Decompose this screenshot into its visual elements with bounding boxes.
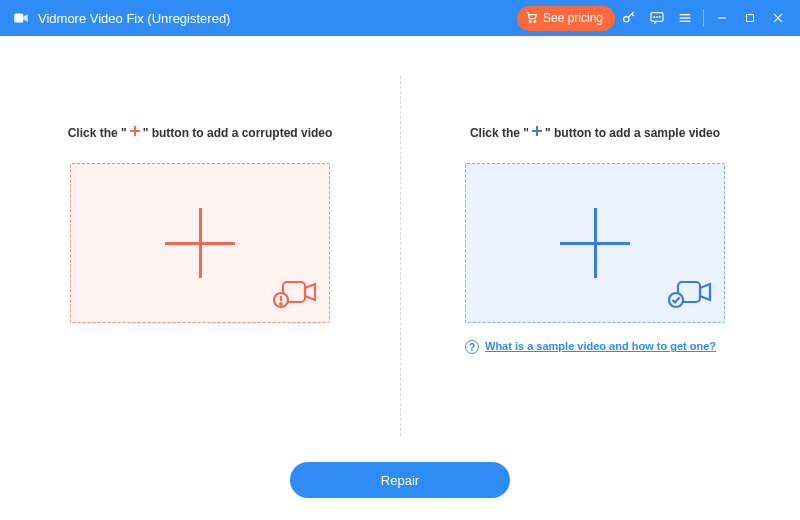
see-pricing-button[interactable]: See pricing <box>517 6 615 31</box>
svg-rect-0 <box>14 14 23 23</box>
titlebar: Vidmore Video Fix (Unregistered) See pri… <box>0 0 800 36</box>
sample-video-help-link[interactable]: What is a sample video and how to get on… <box>485 339 716 354</box>
add-corrupted-video-dropzone[interactable] <box>70 163 330 323</box>
svg-rect-12 <box>747 15 754 22</box>
corrupted-panel-title: Click the "" button to add a corrupted v… <box>68 126 333 141</box>
sample-help-row: ? What is a sample video and how to get … <box>465 339 725 354</box>
camera-alert-icon <box>273 276 319 314</box>
see-pricing-label: See pricing <box>543 11 603 25</box>
footer: Repair <box>0 456 800 520</box>
plus-icon <box>560 208 630 278</box>
maximize-button[interactable] <box>736 4 764 32</box>
svg-point-1 <box>529 20 531 22</box>
titlebar-separator <box>703 9 704 27</box>
window-title: Vidmore Video Fix (Unregistered) <box>38 11 230 26</box>
svg-point-2 <box>534 20 536 22</box>
key-icon[interactable] <box>615 4 643 32</box>
help-icon: ? <box>465 340 479 354</box>
plus-icon <box>129 125 141 140</box>
close-button[interactable] <box>764 4 792 32</box>
svg-point-7 <box>659 17 660 18</box>
feedback-icon[interactable] <box>643 4 671 32</box>
vertical-divider <box>400 76 401 436</box>
plus-icon <box>531 125 543 140</box>
sample-panel-title: Click the "" button to add a sample vide… <box>470 126 720 141</box>
menu-icon[interactable] <box>671 4 699 32</box>
sample-video-panel: Click the "" button to add a sample vide… <box>400 36 800 456</box>
add-sample-video-dropzone[interactable] <box>465 163 725 323</box>
minimize-button[interactable] <box>708 4 736 32</box>
main-content: Click the "" button to add a corrupted v… <box>0 36 800 456</box>
svg-point-20 <box>280 304 282 306</box>
cart-icon <box>525 10 539 27</box>
svg-point-3 <box>624 17 629 22</box>
corrupted-video-panel: Click the "" button to add a corrupted v… <box>0 36 400 456</box>
plus-icon <box>165 208 235 278</box>
camera-check-icon <box>668 276 714 314</box>
app-logo-icon <box>12 9 30 27</box>
svg-point-5 <box>654 17 655 18</box>
svg-point-6 <box>657 17 658 18</box>
repair-button[interactable]: Repair <box>290 462 510 498</box>
